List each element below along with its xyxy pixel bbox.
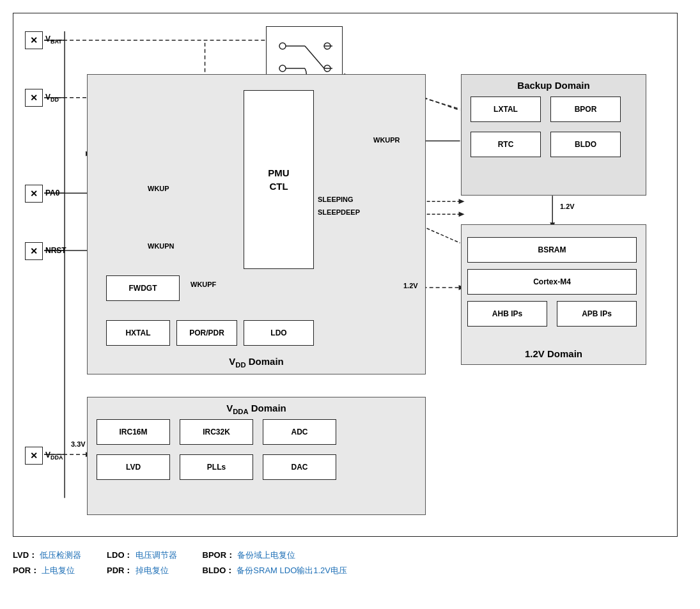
irc32k-label: IRC32K	[203, 428, 230, 436]
irc16m-label: IRC16M	[119, 428, 147, 436]
footnote-bldo-val: 备份SRAM LDO输出1.2V电压	[237, 565, 347, 576]
nrst-pin: ✕	[25, 242, 43, 260]
hxtal-box: HXTAL	[106, 320, 170, 346]
footnote-por-key: POR：	[13, 565, 39, 576]
wkupr-label: WKUPR	[373, 136, 400, 144]
svg-point-38	[279, 65, 286, 72]
vdd-label: VDD	[45, 93, 59, 103]
pmu-ctl-box: PMUCTL	[244, 90, 314, 269]
footnote-col-3: BPOR： 备份域上电复位 BLDO： 备份SRAM LDO输出1.2V电压	[203, 550, 348, 576]
vdd-domain-label: VDD Domain	[229, 356, 283, 369]
por-pdr-box: POR/PDR	[176, 320, 237, 346]
footnote-lvd: LVD： 低压检测器	[13, 550, 81, 561]
svg-marker-16	[459, 199, 465, 204]
por-pdr-label: POR/PDR	[189, 328, 224, 337]
footnote-bldo: BLDO： 备份SRAM LDO输出1.2V电压	[203, 565, 348, 576]
pmu-ctl-label: PMUCTL	[268, 166, 289, 193]
dac-label: DAC	[292, 463, 308, 472]
footnote-bpor: BPOR： 备份域上电复位	[203, 550, 348, 561]
lxtal-label: LXTAL	[494, 105, 518, 114]
bpor-label: BPOR	[575, 105, 597, 114]
ldo-box: LDO	[244, 320, 314, 346]
vdd-pin: ✕	[25, 89, 43, 107]
hxtal-label: HXTAL	[125, 328, 150, 337]
lvd-box: LVD	[97, 454, 170, 480]
ahb-label: AHB IPs	[492, 309, 522, 318]
footnote-pdr-key: PDR：	[107, 565, 132, 576]
footnote-ldo: LDO： 电压调节器	[107, 550, 176, 561]
wkup-label: WKUP	[148, 185, 169, 192]
svg-line-45	[305, 46, 324, 68]
bsram-box: BSRAM	[467, 237, 637, 263]
bsram-label: BSRAM	[538, 245, 566, 254]
apb-label: APB IPs	[582, 309, 612, 318]
wkupf-label: WKUPF	[191, 281, 216, 288]
backup-domain-title: Backup Domain	[517, 80, 589, 91]
footnote-ldo-val: 电压调节器	[136, 550, 177, 561]
footnote-bpor-key: BPOR：	[203, 550, 235, 561]
footnote-col-1: LVD： 低压检测器 POR： 上电复位	[13, 550, 81, 576]
apb-box: APB IPs	[557, 301, 637, 327]
irc32k-box: IRC32K	[180, 419, 253, 445]
cortex-box: Cortex-M4	[467, 269, 637, 295]
vdda-pin: ✕	[25, 447, 43, 465]
footnote-col-2: LDO： 电压调节器 PDR： 掉电复位	[107, 550, 176, 576]
ldo-label: LDO	[270, 328, 286, 337]
footnote-lvd-key: LVD：	[13, 550, 37, 561]
lvd-label: LVD	[126, 463, 141, 472]
sleeping-label: SLEEPING	[318, 196, 354, 203]
adc-label: ADC	[292, 428, 308, 436]
footnote-lvd-val: 低压检测器	[40, 550, 81, 561]
nrst-label: NRST	[45, 246, 66, 255]
domain-12v-label: 1.2V Domain	[525, 348, 582, 359]
plls-box: PLLs	[180, 454, 253, 480]
pa0-label: PA0	[45, 189, 59, 197]
footnote-ldo-key: LDO：	[107, 550, 132, 561]
vbat-pin: ✕	[25, 31, 43, 49]
lxtal-box: LXTAL	[471, 96, 541, 122]
fwdgt-box: FWDGT	[106, 275, 180, 301]
svg-point-37	[279, 43, 286, 49]
footnote-pdr-val: 掉电复位	[136, 565, 169, 576]
vdda-domain-label: VDDA Domain	[226, 403, 286, 415]
vbat-label: VBAT	[45, 35, 62, 45]
ahb-box: AHB IPs	[467, 301, 547, 327]
rtc-box: RTC	[471, 132, 541, 157]
cortex-label: Cortex-M4	[533, 277, 571, 286]
v12-backup-label: 1.2V	[560, 203, 575, 210]
bldo-box: BLDO	[550, 132, 621, 157]
svg-marker-18	[459, 212, 465, 217]
footnote-bpor-val: 备份域上电复位	[237, 550, 295, 561]
wkupn-label: WKUPN	[148, 242, 175, 250]
sleepdeep-label: SLEEPDEEP	[318, 208, 360, 216]
footnote-por-val: 上电复位	[42, 565, 75, 576]
adc-box: ADC	[263, 419, 336, 445]
pa0-pin: ✕	[25, 185, 43, 203]
fwdgt-label: FWDGT	[129, 284, 157, 293]
vdda-33v-label: 3.3V	[71, 440, 86, 448]
bldo-label: BLDO	[575, 140, 596, 149]
dac-box: DAC	[263, 454, 336, 480]
v12-ldo-label: 1.2V	[403, 282, 418, 289]
plls-label: PLLs	[207, 463, 226, 472]
footnote-por: POR： 上电复位	[13, 565, 81, 576]
footnote-pdr: PDR： 掉电复位	[107, 565, 176, 576]
vdda-label: VDDA	[45, 451, 63, 461]
bpor-box: BPOR	[550, 96, 621, 122]
rtc-label: RTC	[498, 140, 514, 149]
footnotes: LVD： 低压检测器 POR： 上电复位 LDO： 电压调节器 PDR： 掉电复…	[13, 550, 687, 576]
power-domain-diagram: ✕ VBAT ✕ VDD ✕ PA0 ✕ NRST ✕ VDDA 3.3V	[13, 13, 678, 537]
footnote-bldo-key: BLDO：	[203, 565, 235, 576]
irc16m-box: IRC16M	[97, 419, 170, 445]
